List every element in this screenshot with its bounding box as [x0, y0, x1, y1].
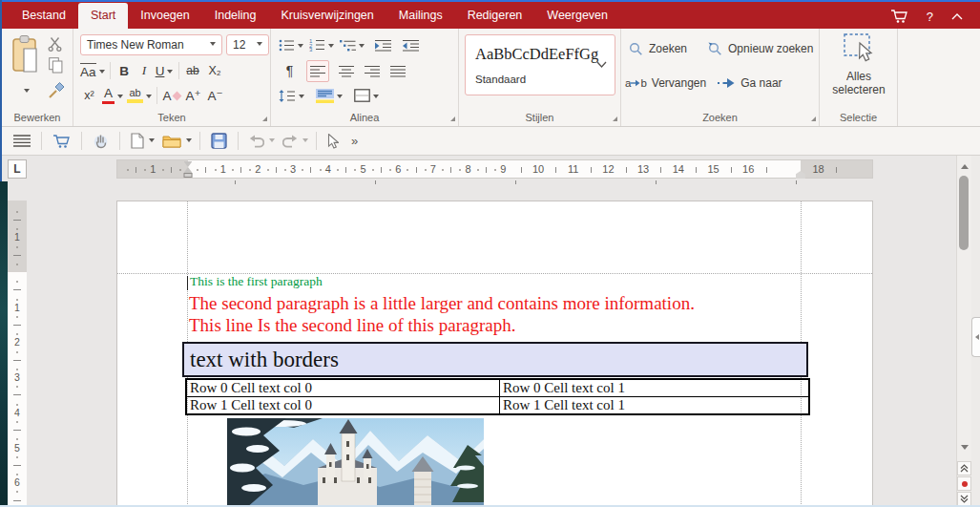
menu-button[interactable]: [13, 135, 31, 147]
paragraph-1[interactable]: This is the first paragraph: [190, 274, 323, 289]
hand-tool-button[interactable]: [93, 133, 109, 149]
ruler-tick: [450, 167, 451, 173]
document-page[interactable]: This is the first paragraph The second p…: [116, 201, 873, 507]
paste-button[interactable]: [11, 34, 40, 76]
font-name-select[interactable]: Times New Roman: [80, 34, 222, 55]
save-button[interactable]: [211, 133, 227, 149]
table-cell[interactable]: Row 0 Cell text col 1: [500, 379, 810, 397]
document-image[interactable]: [227, 418, 484, 507]
shrink-font-button[interactable]: A⁻: [206, 86, 224, 106]
bold-button[interactable]: B: [115, 61, 134, 81]
scroll-up-button[interactable]: [957, 160, 971, 169]
tab-mailings[interactable]: Mailings: [386, 3, 455, 30]
undo-dropdown-arrow[interactable]: [269, 138, 275, 145]
format-painter-button[interactable]: [47, 80, 66, 99]
left-indent-marker[interactable]: [184, 173, 193, 178]
previous-page-button[interactable]: [957, 461, 971, 475]
dialog-launcher-icon[interactable]: [262, 116, 267, 121]
tab-kruisverwijzingen[interactable]: Kruisverwijzingen: [269, 3, 386, 30]
decrease-indent-button[interactable]: [402, 35, 420, 55]
select-browse-object-button[interactable]: [957, 476, 971, 491]
subscript-button[interactable]: X₂: [206, 61, 224, 81]
table-cell[interactable]: Row 1 Cell text col 0: [186, 397, 500, 415]
font-color-button[interactable]: A: [102, 86, 123, 106]
superscript-button[interactable]: x²: [80, 86, 98, 106]
chevron-down-icon: [359, 44, 365, 51]
tab-weergeven[interactable]: Weergeven: [534, 3, 620, 30]
vertical-scrollbar[interactable]: [956, 156, 971, 507]
table-row: Row 1 Cell text col 0 Row 1 Cell text co…: [186, 397, 809, 415]
strikethrough-button[interactable]: ab: [184, 61, 202, 81]
find-button[interactable]: Zoeken: [629, 39, 687, 59]
dialog-launcher-icon[interactable]: [613, 116, 617, 121]
collapse-ribbon-icon[interactable]: [951, 13, 963, 20]
ruler-tick: [127, 169, 129, 171]
vertical-ruler[interactable]: 1123456: [8, 156, 27, 507]
chevron-down-icon: [298, 44, 303, 51]
grow-font-button[interactable]: A⁺: [184, 86, 202, 106]
italic-button[interactable]: I: [136, 61, 154, 81]
borders-button[interactable]: [354, 86, 379, 106]
font-size-select[interactable]: 12: [226, 34, 269, 55]
help-icon[interactable]: ?: [927, 11, 933, 23]
shop-cart-icon[interactable]: [890, 9, 908, 24]
tab-bestand[interactable]: Bestand: [10, 3, 78, 30]
tab-indeling[interactable]: Indeling: [202, 3, 269, 30]
justify-button[interactable]: [388, 61, 407, 81]
align-left-button[interactable]: [306, 60, 329, 82]
underline-button[interactable]: U: [156, 61, 174, 81]
ruler-tick: [555, 167, 556, 173]
store-button[interactable]: [52, 134, 71, 149]
numbered-list-button[interactable]: 123: [309, 35, 334, 55]
open-file-button[interactable]: [162, 134, 181, 148]
align-center-button[interactable]: [337, 61, 355, 81]
tab-start[interactable]: Start: [78, 3, 128, 30]
select-all-button[interactable]: Alles selecteren: [820, 32, 898, 96]
scrollbar-thumb[interactable]: [959, 176, 969, 250]
chevron-down-icon: [210, 42, 216, 49]
chevron-down-icon[interactable]: [596, 61, 607, 68]
cut-button[interactable]: [48, 36, 63, 52]
redo-dropdown-arrow[interactable]: [302, 138, 308, 145]
paste-dropdown-arrow[interactable]: [24, 89, 30, 95]
select-tool-button[interactable]: [327, 134, 339, 149]
increase-indent-button[interactable]: [374, 35, 392, 55]
find-next-button[interactable]: Opnieuw zoeken: [708, 39, 813, 59]
undo-button[interactable]: [249, 135, 264, 148]
group-label: Selectie: [820, 112, 897, 123]
table-cell[interactable]: Row 0 Cell text col 0: [186, 379, 500, 397]
copy-button[interactable]: [49, 57, 63, 74]
horizontal-ruler[interactable]: 11234567891011121314151618: [116, 159, 873, 179]
document-table[interactable]: Row 0 Cell text col 0 Row 0 Cell text co…: [185, 378, 810, 415]
show-formatting-button[interactable]: ¶: [281, 61, 299, 81]
bullet-list-button[interactable]: [279, 35, 303, 55]
multilevel-list-button[interactable]: [340, 35, 365, 55]
tab-redigeren[interactable]: Redigeren: [455, 3, 535, 30]
tab-invoegen[interactable]: Invoegen: [128, 3, 201, 30]
redo-button[interactable]: [282, 135, 298, 148]
new-document-button[interactable]: [131, 133, 144, 149]
goto-button[interactable]: Ga naar: [718, 74, 782, 94]
dialog-launcher-icon[interactable]: [450, 116, 455, 121]
dialog-launcher-icon[interactable]: [811, 116, 816, 121]
style-gallery[interactable]: AaBbCcDdEeFfGg Standaard: [465, 34, 615, 95]
clear-formatting-button[interactable]: A: [162, 86, 180, 106]
shading-button[interactable]: [316, 86, 343, 106]
scroll-down-button[interactable]: [957, 445, 971, 454]
paragraph-2[interactable]: The second paragraph is a little larger …: [189, 293, 695, 336]
double-chevron-down-icon: [960, 495, 969, 503]
next-page-button[interactable]: [957, 492, 971, 506]
ruler-tick: [375, 180, 376, 184]
replace-button[interactable]: a b Vervangen: [625, 74, 706, 94]
open-file-dropdown-arrow[interactable]: [186, 138, 192, 145]
sidebar-toggle-handle[interactable]: [971, 317, 980, 357]
bordered-text-box[interactable]: text with borders: [182, 342, 808, 377]
new-document-dropdown-arrow[interactable]: [149, 138, 155, 145]
toolbar-overflow-button[interactable]: »: [351, 134, 358, 148]
change-case-button[interactable]: Aa: [80, 61, 105, 81]
highlight-button[interactable]: ab: [127, 86, 152, 106]
table-cell[interactable]: Row 1 Cell text col 1: [500, 397, 810, 415]
line-spacing-button[interactable]: [279, 86, 304, 106]
ruler-number: 1: [150, 161, 156, 177]
align-right-button[interactable]: [363, 61, 381, 81]
